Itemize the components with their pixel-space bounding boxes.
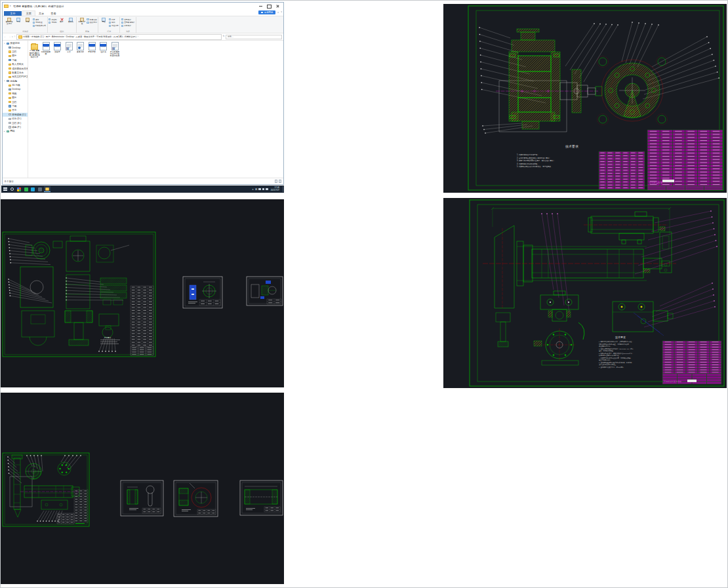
breadcrumb-item[interactable]: Desktop [66, 35, 74, 38]
maximize-button[interactable] [265, 3, 273, 9]
pin-quick-access-button[interactable]: 固定到快速访问 [5, 17, 14, 26]
cad-sheet-multi-view: 技术要求 [1, 199, 284, 387]
desktop-icon [9, 88, 11, 90]
open-button[interactable]: 打开 [109, 18, 119, 21]
download-icon [9, 59, 11, 61]
tab-home[interactable]: 主页 [22, 10, 35, 16]
help-icon[interactable]: ? [281, 11, 282, 14]
group-label-open: 打开 [100, 30, 119, 33]
file-item[interactable]: 装配体效果图 [41, 42, 52, 55]
quick-access-toolbar[interactable]: ▾ [4, 5, 10, 9]
details-view-icon[interactable] [275, 180, 278, 183]
crumb-separator-icon: › [138, 35, 138, 38]
windows-taskbar: ∧ 英 17:46 2021/7/27 [1, 186, 284, 193]
crumb-separator-icon: › [45, 35, 45, 38]
delete-button[interactable]: 删除 [57, 17, 66, 24]
move-to-button[interactable]: 移动到 [49, 18, 56, 21]
file-item[interactable]: 双联泵 [52, 42, 63, 53]
forward-icon[interactable]: → [8, 35, 10, 38]
properties-button[interactable]: 属性 [100, 17, 108, 24]
taskbar-app-browser[interactable] [16, 186, 22, 192]
breadcrumb-item[interactable]: 可调移 整套图纸（凡是CAD）机械毕业设计 [96, 35, 137, 38]
svg-text:1. 装配前应将零件清洗干净；: 1. 装配前应将零件清洗干净； [517, 153, 539, 156]
back-icon[interactable]: ← [4, 35, 7, 38]
file-list: 可调移-整套图纸(CAD凡是) 用CAD编辑器打开 装配体效果图 双联泵 论文 … [28, 41, 283, 178]
new-item-button[interactable]: 新建项目 [87, 18, 96, 21]
rename-button[interactable]: 重命名 [66, 17, 75, 24]
window-controls [256, 3, 282, 9]
taskbar-app-qq[interactable] [30, 186, 36, 192]
copy-to-button[interactable]: 复制到 [49, 21, 56, 24]
invert-selection-button[interactable]: 反向选择 [121, 24, 135, 27]
file-item[interactable]: 可调移-整套图纸(CAD凡是) 用CAD编辑器打开 [29, 42, 40, 59]
chevron-down-icon[interactable]: ▾ [10, 5, 11, 7]
breadcrumb[interactable]: 此电脑› 本地磁盘 (C:)› 用户› Administrator› Deskt… [16, 34, 222, 40]
sidebar-item-network[interactable]: ▸网络 [3, 129, 28, 133]
file-item[interactable]: 效果.swf [75, 42, 86, 53]
word-file-icon [111, 42, 119, 50]
windows-logo-icon [3, 187, 7, 191]
tab-view[interactable]: 查看 [47, 11, 59, 16]
up-icon[interactable]: ↑ [14, 35, 15, 38]
word-file-icon [66, 42, 73, 50]
volume-icon[interactable] [258, 188, 260, 190]
paste-shortcut-button[interactable]: 粘贴快捷方式 [33, 24, 47, 27]
copy-path-button[interactable]: 复制路径 [33, 21, 47, 24]
recent-locations-icon[interactable]: ∨ [12, 36, 13, 38]
easy-access-button[interactable]: 轻松访问 [87, 21, 96, 24]
file-item[interactable]: 论文 [64, 42, 75, 53]
breadcrumb-item[interactable]: 用户 [46, 35, 50, 38]
select-all-button[interactable]: 全部选择 [121, 18, 135, 21]
folder-icon [9, 76, 11, 78]
cortana-circle-icon [10, 187, 14, 191]
network-icon[interactable] [262, 188, 264, 190]
title-block-strip [647, 186, 723, 190]
tab-file[interactable]: 文件 [4, 11, 22, 16]
paste-button[interactable]: 粘贴 [24, 17, 32, 24]
folder-icon [31, 44, 38, 50]
folder-icon [9, 97, 11, 99]
file-name: 可调移-整套图纸(CAD凡是) 用CAD编辑器打开 [29, 50, 40, 58]
taskbar-app-explorer[interactable] [44, 186, 51, 192]
breadcrumb-item[interactable]: 本地磁盘 (C:) [31, 35, 44, 38]
taskbar-app-misc[interactable] [37, 186, 43, 192]
cortana-button[interactable] [9, 186, 16, 192]
battery-icon[interactable] [266, 188, 268, 190]
netdisk-button[interactable]: 百度网盘 [258, 10, 276, 14]
breadcrumb-item[interactable]: 八减速 [76, 35, 83, 38]
ime-indicator[interactable]: 英 [255, 187, 258, 191]
new-folder-button[interactable]: 新建文件夹 [77, 17, 86, 26]
ribbon-tabs: 文件 主页 共享 查看 百度网盘 ∧ ? [3, 10, 283, 16]
taskbar-clock[interactable]: 17:46 2021/7/27 [271, 187, 279, 191]
cut-button[interactable]: 剪切 [33, 18, 47, 21]
minimize-button[interactable] [256, 3, 265, 9]
start-button[interactable] [2, 186, 9, 192]
file-item[interactable]: 更多机械类毕业设计资料咨询客服 [110, 42, 121, 58]
sidebar-item-label: 网络 [10, 130, 14, 132]
copy-button[interactable]: 复制 [14, 17, 23, 24]
refresh-icon[interactable]: ↻ [222, 35, 224, 38]
file-item[interactable]: 开题报告 [87, 42, 98, 53]
breadcrumb-item[interactable]: Administrator [52, 35, 64, 38]
sidebar-item-label: 快速访问 [10, 42, 19, 45]
taskbar-app-wechat[interactable] [23, 186, 30, 192]
edit-button[interactable]: 编辑 [109, 21, 119, 24]
cad-file-icon [100, 42, 107, 50]
select-none-button[interactable]: 全部取消选择 [121, 21, 135, 24]
search-input[interactable] [228, 35, 281, 38]
cad-drawing-views: 技术要求 [1, 199, 284, 387]
breadcrumb-item[interactable]: 此电脑 [23, 35, 30, 38]
history-button[interactable]: 历史记录 [109, 24, 119, 27]
file-item[interactable]: 任务书 [98, 42, 109, 53]
tab-share[interactable]: 共享 [35, 11, 47, 16]
thumbnail-view-icon[interactable] [279, 180, 282, 183]
close-button[interactable] [273, 3, 282, 9]
tray-expand-icon[interactable]: ∧ [252, 188, 253, 191]
desktop-montage: ▾ 可调移 整套图纸（凡是CAD）机械毕业设计 文件 主页 共享 查看 百度网盘… [0, 0, 728, 588]
show-desktop-button[interactable] [283, 186, 283, 192]
sidebar-item-label: 文档 [12, 50, 16, 53]
edit-icon [109, 22, 111, 24]
collapse-ribbon-icon[interactable]: ∧ [277, 11, 279, 14]
parts-list-table-right [647, 130, 723, 186]
breadcrumb-item[interactable]: 数量文件夹 [84, 35, 94, 38]
